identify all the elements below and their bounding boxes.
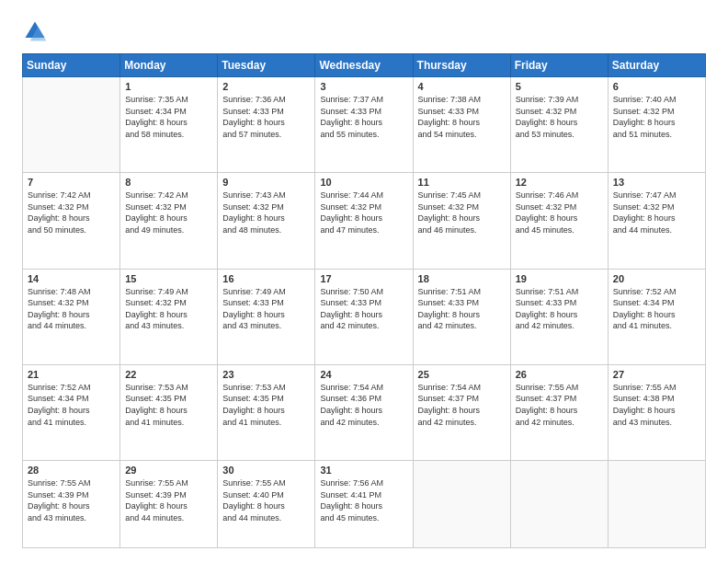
day-info: Sunrise: 7:35 AM Sunset: 4:34 PM Dayligh… (125, 94, 212, 140)
day-number: 31 (320, 465, 407, 476)
calendar-cell: 31Sunrise: 7:56 AM Sunset: 4:41 PM Dayli… (315, 461, 413, 548)
calendar-cell: 13Sunrise: 7:47 AM Sunset: 4:32 PM Dayli… (608, 173, 705, 269)
day-number: 14 (28, 273, 115, 284)
day-info: Sunrise: 7:51 AM Sunset: 4:33 PM Dayligh… (516, 286, 603, 332)
day-number: 3 (320, 81, 407, 92)
calendar-cell: 30Sunrise: 7:55 AM Sunset: 4:40 PM Dayli… (218, 461, 315, 548)
calendar-cell: 24Sunrise: 7:54 AM Sunset: 4:36 PM Dayli… (315, 364, 413, 460)
day-number: 1 (125, 81, 212, 92)
day-info: Sunrise: 7:54 AM Sunset: 4:36 PM Dayligh… (320, 382, 407, 428)
day-info: Sunrise: 7:52 AM Sunset: 4:34 PM Dayligh… (28, 382, 115, 428)
day-info: Sunrise: 7:39 AM Sunset: 4:32 PM Dayligh… (516, 94, 603, 140)
day-number: 9 (222, 177, 310, 188)
calendar-cell: 14Sunrise: 7:48 AM Sunset: 4:32 PM Dayli… (23, 269, 120, 364)
calendar-cell: 23Sunrise: 7:53 AM Sunset: 4:35 PM Dayli… (218, 364, 315, 460)
weekday-header: Monday (120, 54, 218, 77)
calendar-cell: 28Sunrise: 7:55 AM Sunset: 4:39 PM Dayli… (23, 461, 120, 548)
calendar-cell (413, 461, 510, 548)
calendar-cell: 21Sunrise: 7:52 AM Sunset: 4:34 PM Dayli… (23, 364, 120, 460)
day-info: Sunrise: 7:36 AM Sunset: 4:33 PM Dayligh… (222, 94, 310, 140)
day-info: Sunrise: 7:46 AM Sunset: 4:32 PM Dayligh… (516, 190, 603, 236)
calendar: SundayMondayTuesdayWednesdayThursdayFrid… (22, 53, 706, 548)
day-number: 27 (613, 369, 700, 380)
day-info: Sunrise: 7:55 AM Sunset: 4:38 PM Dayligh… (613, 382, 700, 428)
calendar-cell: 10Sunrise: 7:44 AM Sunset: 4:32 PM Dayli… (315, 173, 413, 269)
calendar-week-row: 1Sunrise: 7:35 AM Sunset: 4:34 PM Daylig… (23, 77, 706, 173)
calendar-week-row: 14Sunrise: 7:48 AM Sunset: 4:32 PM Dayli… (23, 269, 706, 364)
day-info: Sunrise: 7:49 AM Sunset: 4:33 PM Dayligh… (222, 286, 310, 332)
day-number: 2 (222, 81, 310, 92)
day-number: 28 (28, 465, 115, 476)
calendar-week-row: 28Sunrise: 7:55 AM Sunset: 4:39 PM Dayli… (23, 461, 706, 548)
calendar-cell: 27Sunrise: 7:55 AM Sunset: 4:38 PM Dayli… (608, 364, 705, 460)
day-info: Sunrise: 7:55 AM Sunset: 4:40 PM Dayligh… (222, 477, 310, 523)
weekday-header: Saturday (608, 54, 705, 77)
day-number: 6 (613, 81, 700, 92)
day-number: 20 (613, 273, 700, 284)
day-number: 26 (516, 369, 603, 380)
weekday-header: Friday (510, 54, 608, 77)
calendar-cell: 6Sunrise: 7:40 AM Sunset: 4:32 PM Daylig… (608, 77, 705, 173)
calendar-cell: 2Sunrise: 7:36 AM Sunset: 4:33 PM Daylig… (218, 77, 315, 173)
day-number: 23 (222, 369, 310, 380)
calendar-cell: 17Sunrise: 7:50 AM Sunset: 4:33 PM Dayli… (315, 269, 413, 364)
day-number: 22 (125, 369, 212, 380)
day-number: 8 (125, 177, 212, 188)
day-number: 12 (516, 177, 603, 188)
weekday-header: Thursday (413, 54, 510, 77)
day-number: 25 (418, 369, 506, 380)
day-info: Sunrise: 7:44 AM Sunset: 4:32 PM Dayligh… (320, 190, 407, 236)
day-number: 21 (28, 369, 115, 380)
calendar-cell: 3Sunrise: 7:37 AM Sunset: 4:33 PM Daylig… (315, 77, 413, 173)
calendar-cell: 16Sunrise: 7:49 AM Sunset: 4:33 PM Dayli… (218, 269, 315, 364)
calendar-cell: 29Sunrise: 7:55 AM Sunset: 4:39 PM Dayli… (120, 461, 218, 548)
calendar-cell (510, 461, 608, 548)
calendar-cell: 19Sunrise: 7:51 AM Sunset: 4:33 PM Dayli… (510, 269, 608, 364)
day-info: Sunrise: 7:38 AM Sunset: 4:33 PM Dayligh… (418, 94, 506, 140)
calendar-cell: 9Sunrise: 7:43 AM Sunset: 4:32 PM Daylig… (218, 173, 315, 269)
day-number: 19 (516, 273, 603, 284)
weekday-header: Sunday (23, 54, 120, 77)
day-number: 7 (28, 177, 115, 188)
calendar-cell: 1Sunrise: 7:35 AM Sunset: 4:34 PM Daylig… (120, 77, 218, 173)
day-info: Sunrise: 7:53 AM Sunset: 4:35 PM Dayligh… (222, 382, 310, 428)
calendar-cell (23, 77, 120, 173)
calendar-cell: 22Sunrise: 7:53 AM Sunset: 4:35 PM Dayli… (120, 364, 218, 460)
day-number: 10 (320, 177, 407, 188)
calendar-cell: 15Sunrise: 7:49 AM Sunset: 4:32 PM Dayli… (120, 269, 218, 364)
day-info: Sunrise: 7:49 AM Sunset: 4:32 PM Dayligh… (125, 286, 212, 332)
day-info: Sunrise: 7:43 AM Sunset: 4:32 PM Dayligh… (222, 190, 310, 236)
day-info: Sunrise: 7:50 AM Sunset: 4:33 PM Dayligh… (320, 286, 407, 332)
calendar-cell: 20Sunrise: 7:52 AM Sunset: 4:34 PM Dayli… (608, 269, 705, 364)
page: SundayMondayTuesdayWednesdayThursdayFrid… (0, 0, 728, 563)
day-number: 11 (418, 177, 506, 188)
calendar-cell: 8Sunrise: 7:42 AM Sunset: 4:32 PM Daylig… (120, 173, 218, 269)
calendar-cell: 4Sunrise: 7:38 AM Sunset: 4:33 PM Daylig… (413, 77, 510, 173)
day-number: 5 (516, 81, 603, 92)
day-number: 29 (125, 465, 212, 476)
weekday-header: Wednesday (315, 54, 413, 77)
calendar-cell (608, 461, 705, 548)
calendar-week-row: 7Sunrise: 7:42 AM Sunset: 4:32 PM Daylig… (23, 173, 706, 269)
calendar-header-row: SundayMondayTuesdayWednesdayThursdayFrid… (23, 54, 706, 77)
calendar-cell: 7Sunrise: 7:42 AM Sunset: 4:32 PM Daylig… (23, 173, 120, 269)
logo-icon (22, 18, 48, 44)
day-info: Sunrise: 7:55 AM Sunset: 4:37 PM Dayligh… (516, 382, 603, 428)
day-info: Sunrise: 7:54 AM Sunset: 4:37 PM Dayligh… (418, 382, 506, 428)
day-number: 15 (125, 273, 212, 284)
calendar-cell: 12Sunrise: 7:46 AM Sunset: 4:32 PM Dayli… (510, 173, 608, 269)
header (22, 18, 706, 44)
day-info: Sunrise: 7:52 AM Sunset: 4:34 PM Dayligh… (613, 286, 700, 332)
calendar-cell: 5Sunrise: 7:39 AM Sunset: 4:32 PM Daylig… (510, 77, 608, 173)
day-info: Sunrise: 7:48 AM Sunset: 4:32 PM Dayligh… (28, 286, 115, 332)
day-info: Sunrise: 7:51 AM Sunset: 4:33 PM Dayligh… (418, 286, 506, 332)
day-info: Sunrise: 7:42 AM Sunset: 4:32 PM Dayligh… (125, 190, 212, 236)
day-number: 24 (320, 369, 407, 380)
day-number: 13 (613, 177, 700, 188)
calendar-cell: 26Sunrise: 7:55 AM Sunset: 4:37 PM Dayli… (510, 364, 608, 460)
day-number: 17 (320, 273, 407, 284)
calendar-cell: 25Sunrise: 7:54 AM Sunset: 4:37 PM Dayli… (413, 364, 510, 460)
calendar-cell: 18Sunrise: 7:51 AM Sunset: 4:33 PM Dayli… (413, 269, 510, 364)
day-number: 30 (222, 465, 310, 476)
day-info: Sunrise: 7:42 AM Sunset: 4:32 PM Dayligh… (28, 190, 115, 236)
